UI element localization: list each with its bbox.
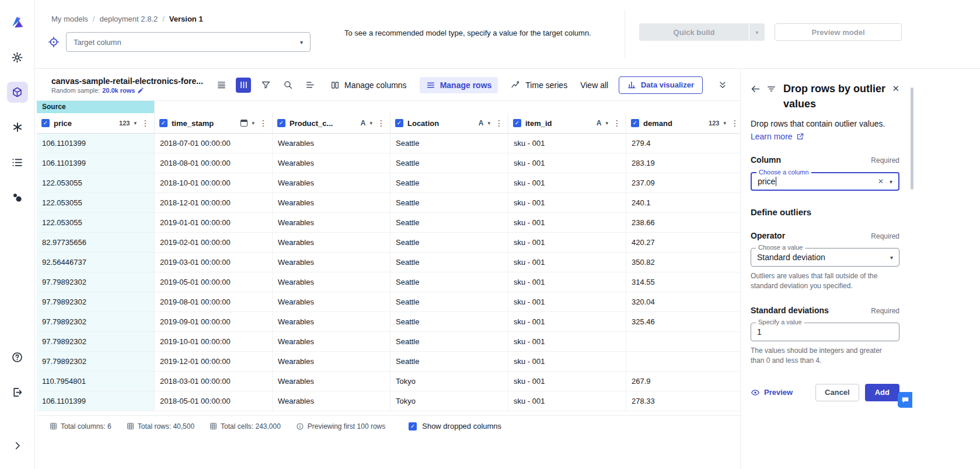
column-field-label: Choose a column	[756, 169, 811, 176]
column-menu-icon[interactable]: ⋮	[141, 118, 149, 128]
sidebar	[0, 0, 35, 469]
breadcrumb-item[interactable]: deployment 2.8.2	[99, 15, 158, 23]
total-cells-stat: Total cells: 243,000	[210, 422, 281, 430]
collapse-toolbar-icon[interactable]	[718, 80, 727, 90]
column-combobox[interactable]: Choose a column price ✕ ▾	[751, 172, 899, 191]
manage-columns-button[interactable]: Manage columns	[330, 80, 407, 90]
column-type-caret-icon[interactable]: ▾	[723, 120, 726, 126]
help-icon[interactable]	[7, 346, 28, 368]
column-type-caret-icon[interactable]: ▾	[487, 120, 490, 126]
cell: 97.79892302	[37, 332, 155, 352]
column-type-caret-icon[interactable]: ▾	[252, 120, 254, 126]
column-header-Product_c...[interactable]: ✓Product_c...A▾⋮	[273, 113, 390, 133]
learn-more-link[interactable]: Learn more	[751, 132, 804, 141]
cell: 2019-02-01 00:00:00	[155, 233, 273, 253]
grid-icon	[127, 422, 134, 430]
list-view-icon[interactable]	[214, 78, 229, 93]
column-header-price[interactable]: ✓price123▾⋮	[37, 113, 155, 133]
scrollbar-thumb[interactable]	[911, 88, 913, 190]
cell: 278.33	[626, 391, 740, 411]
column-checkbox[interactable]: ✓	[513, 119, 521, 127]
column-checkbox[interactable]: ✓	[395, 119, 403, 127]
view-all-button[interactable]: View all	[580, 80, 608, 90]
list-nav-icon[interactable]	[7, 152, 28, 173]
checklist-icon[interactable]	[302, 78, 318, 93]
column-checkbox[interactable]: ✓	[277, 119, 285, 127]
column-menu-icon[interactable]: ⋮	[731, 118, 739, 128]
column-menu-icon[interactable]: ⋮	[259, 118, 267, 128]
chevron-down-icon: ▾	[300, 39, 303, 46]
column-header-time_stamp[interactable]: ✓time_stamp▾⋮	[155, 113, 273, 133]
standard-deviations-input[interactable]: Specify a value 1	[751, 323, 899, 341]
status-bar: Total columns: 6 Total rows: 40,500 Tota…	[37, 415, 740, 436]
show-dropped-checkbox[interactable]: ✓	[409, 422, 417, 430]
preview-button[interactable]: Preview	[751, 388, 793, 397]
time-series-label: Time series	[525, 80, 567, 90]
app-logo[interactable]	[7, 12, 28, 33]
chat-widget-button[interactable]	[898, 392, 912, 408]
datasets-nav-icon[interactable]	[7, 187, 28, 208]
view-all-label: View all	[580, 80, 608, 90]
models-nav-icon[interactable]	[7, 82, 28, 103]
settings-gear-icon[interactable]	[7, 47, 28, 68]
preview-model-button[interactable]: Preview model	[775, 23, 902, 41]
cell: 2019-05-01 00:00:00	[155, 272, 273, 292]
column-menu-icon[interactable]: ⋮	[613, 118, 621, 128]
column-menu-icon[interactable]: ⋮	[377, 118, 385, 128]
std-field-label: Specify a value	[756, 318, 804, 326]
column-header-Location[interactable]: ✓LocationA▾⋮	[390, 113, 508, 133]
panel-title: Drop rows by outlier values	[783, 81, 887, 111]
clear-icon[interactable]: ✕	[878, 177, 884, 186]
automations-nav-icon[interactable]	[7, 117, 28, 138]
filter-icon[interactable]	[258, 78, 273, 93]
column-header-item_id[interactable]: ✓item_idA▾⋮	[508, 113, 626, 133]
cell: 350.82	[626, 253, 740, 272]
column-type-caret-icon[interactable]: ▾	[134, 120, 137, 126]
table-row: 97.798923022019-09-01 00:00:00WearablesS…	[37, 312, 740, 332]
cell: sku - 001	[508, 213, 626, 233]
cell: 92.56446737	[37, 253, 155, 272]
cell: 267.9	[626, 372, 740, 391]
chevron-down-icon[interactable]: ▾	[890, 254, 893, 261]
number-type-icon: 123	[119, 120, 130, 127]
manage-rows-button[interactable]: Manage rows	[420, 77, 498, 93]
cell: Wearables	[273, 272, 390, 292]
column-menu-icon[interactable]: ⋮	[495, 118, 503, 128]
cell: Wearables	[273, 312, 390, 332]
column-header-demand[interactable]: ✓demand123▾⋮	[626, 113, 740, 133]
column-type-caret-icon[interactable]: ▾	[369, 120, 372, 126]
cell: 2018-05-01 00:00:00	[155, 391, 273, 411]
table-row: 97.798923022019-10-01 00:00:00WearablesS…	[37, 332, 740, 352]
source-tab[interactable]: Source	[37, 101, 155, 113]
time-series-button[interactable]: Time series	[511, 80, 567, 90]
grid-view-icon[interactable]	[236, 78, 251, 93]
quick-build-caret-icon[interactable]: ▾	[749, 23, 765, 41]
cell: 122.053055	[37, 213, 155, 233]
back-icon[interactable]	[751, 84, 761, 94]
quick-build-button[interactable]: Quick build	[639, 23, 749, 41]
close-icon[interactable]: ✕	[892, 83, 899, 94]
data-visualizer-button[interactable]: Data visualizer	[619, 76, 703, 94]
column-type-caret-icon[interactable]: ▾	[605, 120, 608, 126]
column-checkbox[interactable]: ✓	[41, 119, 50, 127]
edit-sample-pencil-icon[interactable]	[137, 87, 144, 94]
previewing-text: Previewing first 100 rows	[308, 422, 385, 430]
add-button[interactable]: Add	[865, 384, 899, 401]
expand-sidebar-icon[interactable]	[7, 435, 28, 456]
operator-label: Operator	[751, 231, 785, 240]
grid-icon	[50, 422, 57, 430]
random-sample-value[interactable]: 20.0k rows	[102, 87, 135, 94]
column-checkbox[interactable]: ✓	[159, 119, 168, 127]
required-label: Required	[871, 232, 899, 240]
total-columns-text: Total columns: 6	[61, 422, 111, 430]
column-checkbox[interactable]: ✓	[631, 119, 639, 127]
table-row: 106.11013992018-08-01 00:00:00WearablesS…	[37, 153, 740, 173]
cancel-button[interactable]: Cancel	[815, 384, 859, 401]
breadcrumb-item[interactable]: My models	[51, 15, 88, 23]
logout-icon[interactable]	[7, 382, 28, 402]
operator-select[interactable]: Choose a value Standard deviation ▾	[751, 248, 899, 267]
target-column-select[interactable]: Target column ▾	[66, 32, 311, 52]
search-icon[interactable]	[280, 78, 295, 93]
chevron-down-icon[interactable]: ▾	[890, 178, 892, 185]
table-row: 122.0530552018-10-01 00:00:00WearablesSe…	[37, 173, 740, 193]
